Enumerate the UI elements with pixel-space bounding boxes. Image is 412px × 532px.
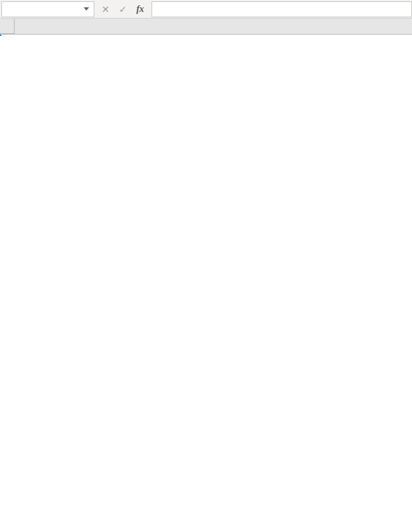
column-headers-row	[0, 19, 412, 35]
cancel-icon[interactable]: ✕	[100, 3, 112, 15]
chevron-down-icon[interactable]	[83, 6, 90, 13]
fx-icon[interactable]: fx	[134, 3, 146, 15]
spreadsheet	[0, 19, 412, 35]
formula-input[interactable]	[152, 1, 412, 17]
formula-bar-actions: ✕ ✓ fx	[94, 3, 152, 15]
select-all-corner[interactable]	[0, 19, 15, 34]
enter-icon[interactable]: ✓	[117, 3, 129, 15]
formula-bar: ✕ ✓ fx	[0, 0, 412, 19]
spill-border	[0, 35, 1, 36]
name-box[interactable]	[1, 1, 94, 17]
